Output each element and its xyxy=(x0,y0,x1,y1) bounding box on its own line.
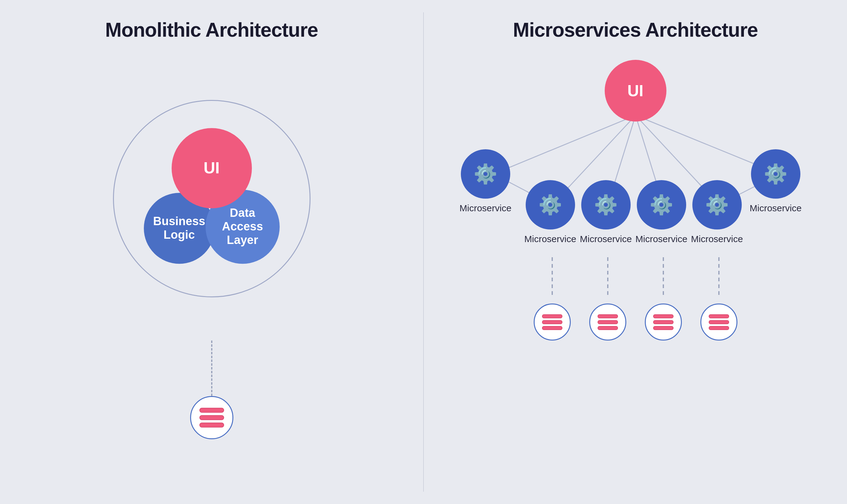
micro-ui-circle: UI xyxy=(605,60,667,122)
service-label-4: Microservice xyxy=(636,234,687,244)
micro-db-icon-2 xyxy=(589,304,626,341)
service-label-3: Microservice xyxy=(580,234,632,244)
gear-icon-6: ⚙️ xyxy=(764,164,788,183)
service-label-5: Microservice xyxy=(691,234,743,244)
ui-circle: UI xyxy=(172,128,252,208)
gear-icon-1: ⚙️ xyxy=(473,164,497,183)
micro-ui-label: UI xyxy=(627,82,644,100)
micro-ui-node: UI xyxy=(605,60,667,122)
service-circle-4: ⚙️ xyxy=(637,180,686,230)
biz-label: BusinessLogic xyxy=(153,215,205,242)
micro-service-5: ⚙️ Microservice xyxy=(691,180,743,244)
db-row-3 xyxy=(200,422,224,428)
data-label: DataAccessLayer xyxy=(222,206,263,247)
service-label-6: Microservice xyxy=(750,203,801,213)
service-circle-2: ⚙️ xyxy=(526,180,575,230)
service-circle-1: ⚙️ xyxy=(461,149,510,199)
db-row-2 xyxy=(200,415,224,420)
service-label-1: Microservice xyxy=(460,203,512,213)
gear-icon-4: ⚙️ xyxy=(650,195,673,214)
micro-db-1 xyxy=(534,304,571,341)
microservices-title: Microservices Architecture xyxy=(513,18,758,41)
service-label-2: Microservice xyxy=(524,234,576,244)
monolithic-panel: Monolithic Architecture UI BusinessLogic… xyxy=(0,0,423,504)
svg-line-0 xyxy=(494,115,636,174)
db-row-1 xyxy=(200,408,224,413)
micro-service-3: ⚙️ Microservice xyxy=(580,180,632,244)
mono-db-stack xyxy=(200,408,224,428)
ui-label: UI xyxy=(204,159,220,177)
venn-container: UI BusinessLogic DataAccessLayer xyxy=(135,128,289,264)
monolithic-diagram: UI BusinessLogic DataAccessLayer xyxy=(73,60,351,338)
micro-db-3 xyxy=(645,304,682,341)
micro-service-2: ⚙️ Microservice xyxy=(524,180,576,244)
mono-db-section xyxy=(190,341,234,439)
microservices-diagram: UI ⚙️ Microservice ⚙️ Microservice ⚙️ Mi… xyxy=(450,60,821,368)
service-circle-3: ⚙️ xyxy=(581,180,630,230)
gear-icon-3: ⚙️ xyxy=(594,195,618,214)
service-circle-6: ⚙️ xyxy=(751,149,800,199)
micro-db-icon-3 xyxy=(645,304,682,341)
micro-db-2 xyxy=(589,304,626,341)
microservices-panel: Microservices Architecture xyxy=(424,0,847,504)
service-circle-5: ⚙️ xyxy=(692,180,742,230)
micro-service-right-top: ⚙️ Microservice xyxy=(750,149,801,213)
micro-service-4: ⚙️ Microservice xyxy=(636,180,687,244)
micro-db-4 xyxy=(701,304,738,341)
micro-service-left-top: ⚙️ Microservice xyxy=(460,149,512,213)
gear-icon-2: ⚙️ xyxy=(538,195,562,214)
micro-db-icon-1 xyxy=(534,304,571,341)
gear-icon-5: ⚙️ xyxy=(705,195,729,214)
micro-db-icon-4 xyxy=(701,304,738,341)
mono-db-icon xyxy=(190,396,234,439)
mono-dashed-line xyxy=(211,341,212,396)
monolithic-title: Monolithic Architecture xyxy=(105,18,318,41)
